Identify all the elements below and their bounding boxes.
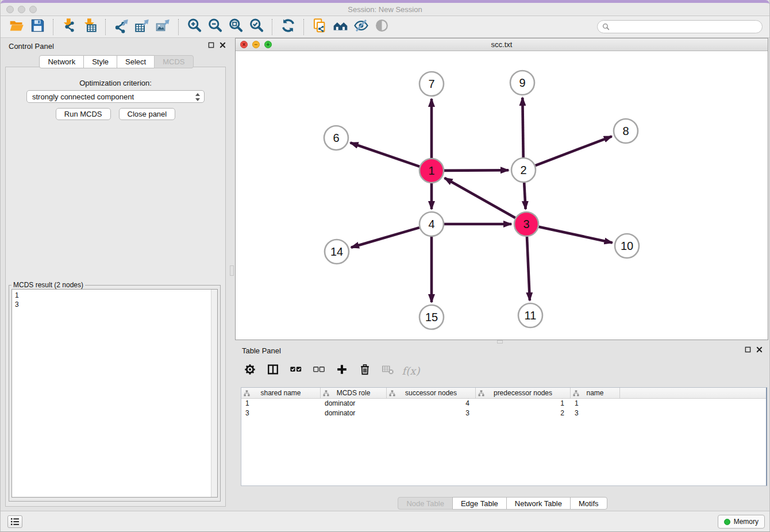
float-panel-icon[interactable] [208,42,214,48]
cell-predecessor-nodes[interactable]: 2 [476,408,571,418]
vertical-split-handle[interactable] [230,265,234,276]
open-session-button[interactable] [6,18,27,36]
toolbar-separator [178,19,179,35]
export-image-button[interactable] [152,18,173,36]
zoom-in-button[interactable] [184,18,205,36]
column-header-successor-nodes[interactable]: successor nodes [387,388,476,399]
destroy-table-icon [382,363,394,378]
tab-mcds[interactable]: MCDS [154,55,193,68]
graph-node-1[interactable]: 1 [419,159,444,183]
graph-node-8[interactable]: 8 [614,119,638,143]
network-window-title: scc.txt [236,40,768,49]
graph-node-11[interactable]: 11 [518,303,542,327]
edge-3-10[interactable] [539,227,613,243]
network-overview-button[interactable] [330,18,351,36]
edge-4-14[interactable] [351,228,419,248]
export-table-button[interactable] [132,18,152,36]
duplicate-network-icon [312,18,328,36]
search-input[interactable] [613,23,757,31]
duplicate-network-button[interactable] [309,18,330,36]
cell-successor-nodes[interactable]: 3 [387,408,476,418]
tab-node-table[interactable]: Node Table [398,497,453,510]
refresh-network-button[interactable] [278,18,298,36]
cell-predecessor-nodes[interactable]: 1 [476,399,571,408]
graph-node-4[interactable]: 4 [419,212,444,236]
edge-3-1[interactable] [445,178,515,218]
table-row[interactable]: 3dominator323 [241,408,766,418]
import-table-button[interactable] [79,18,100,36]
cell-successor-nodes[interactable]: 4 [387,399,476,408]
table-row[interactable]: 1dominator411 [241,399,766,408]
float-table-panel-icon[interactable] [745,346,751,353]
select-all-button[interactable] [289,364,303,377]
import-network-button[interactable] [59,18,79,36]
cell-MCDS-role[interactable]: dominator [321,399,387,408]
cell-shared-name[interactable]: 3 [241,408,321,418]
cell-MCDS-role[interactable]: dominator [321,408,387,418]
add-row-button[interactable] [335,364,349,377]
graph-node-2[interactable]: 2 [511,158,536,182]
run-mcds-button[interactable]: Run MCDS [56,108,111,120]
optimization-criterion-select[interactable]: strongly connected component [26,90,205,103]
edge-2-9[interactable] [522,98,523,157]
graph-node-3[interactable]: 3 [514,212,538,236]
graph-node-15[interactable]: 15 [419,305,444,329]
table-panel: Table Panel f(x) shared nameMCDS rolesuc… [235,342,770,511]
column-header-predecessor-nodes[interactable]: predecessor nodes [476,388,571,399]
tab-motifs[interactable]: Motifs [570,497,607,510]
column-header-name[interactable]: name [571,388,620,399]
deselect-all-button[interactable] [312,364,326,377]
edge-1-6[interactable] [351,142,420,167]
zoom-selected-button[interactable] [246,18,267,36]
tab-edge-table[interactable]: Edge Table [452,497,507,510]
graph-node-6[interactable]: 6 [324,126,348,150]
tab-network-table[interactable]: Network Table [506,497,571,510]
zoom-fit-button[interactable] [225,18,246,36]
destroy-table-button[interactable] [381,364,395,377]
svg-text:10: 10 [621,240,633,252]
delete-row-button[interactable] [358,364,372,377]
edge-3-11[interactable] [527,237,530,300]
edge-1-2[interactable] [444,170,509,171]
cell-name[interactable]: 3 [571,408,620,418]
lens-icon [374,18,390,36]
svg-text:7: 7 [428,78,434,90]
function-builder-button[interactable]: f(x) [404,364,418,377]
column-header-shared-name[interactable]: shared name [241,388,321,399]
graph-node-10[interactable]: 10 [615,234,639,258]
network-canvas[interactable]: 7968124314101511 [236,51,768,340]
export-network-button[interactable] [111,18,132,36]
settings-gear-button[interactable] [243,364,257,377]
cell-shared-name[interactable]: 1 [241,399,321,408]
tab-select[interactable]: Select [117,55,155,68]
graph-node-7[interactable]: 7 [419,72,444,96]
svg-text:3: 3 [523,218,529,230]
memory-button[interactable]: Memory [718,515,765,529]
network-overview-icon [333,18,348,36]
columns-button[interactable] [266,364,280,377]
close-panel-button[interactable]: Close panel [119,108,176,120]
delete-row-icon [359,363,371,378]
edge-2-8[interactable] [536,136,612,165]
zoom-out-button[interactable] [205,18,225,36]
select-all-icon [290,363,302,378]
graphics-details-button[interactable] [351,18,371,36]
lens-button[interactable] [371,18,392,36]
close-panel-icon[interactable] [220,42,226,48]
task-history-button[interactable] [7,515,22,528]
tab-network[interactable]: Network [39,55,84,68]
close-table-panel-icon[interactable] [756,346,763,353]
save-session-button[interactable] [27,18,48,36]
memory-status-dot [724,519,730,525]
tab-style[interactable]: Style [83,55,117,68]
search-field[interactable] [597,20,763,33]
graph-node-9[interactable]: 9 [510,71,534,95]
svg-text:8: 8 [622,125,629,137]
result-scrollbar[interactable] [211,290,217,497]
column-header-MCDS-role[interactable]: MCDS role [321,388,387,399]
edge-2-3[interactable] [524,183,525,209]
mcds-result-textarea[interactable]: 13 [11,289,218,498]
import-network-icon [61,18,77,36]
graph-node-14[interactable]: 14 [325,240,349,264]
cell-name[interactable]: 1 [571,399,620,408]
